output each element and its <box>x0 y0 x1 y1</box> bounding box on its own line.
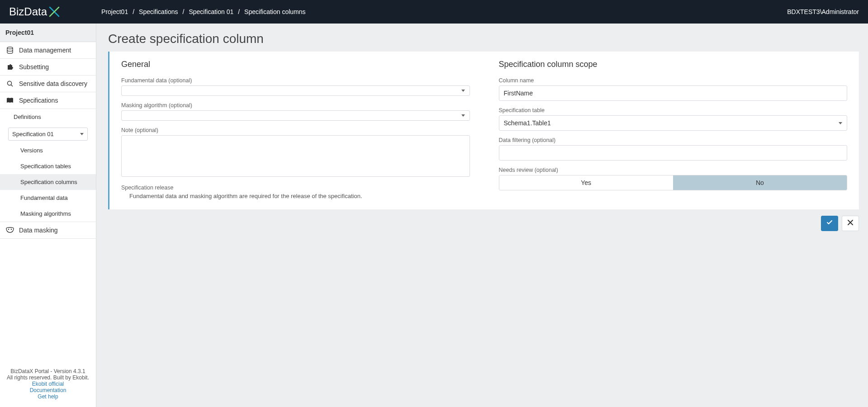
chevron-down-icon <box>839 122 842 124</box>
footer-link-documentation[interactable]: Documentation <box>4 387 92 393</box>
fundamental-data-label: Fundamental data (optional) <box>121 77 470 84</box>
specification-select-value: Specification 01 <box>12 131 54 137</box>
spec-release-label: Specification release <box>121 185 470 191</box>
sidebar-item-label: Specifications <box>19 97 58 104</box>
sidebar-item-label: Sensitive data discovery <box>19 80 87 87</box>
chevron-down-icon <box>461 90 465 92</box>
sidebar-subitem-spec-columns[interactable]: Specification columns <box>0 174 96 190</box>
spec-table-value: Schema1.Table1 <box>504 119 551 127</box>
logo-x-icon <box>48 5 61 18</box>
logo[interactable]: BizData <box>9 5 61 18</box>
breadcrumb-item[interactable]: Project01 <box>101 8 128 15</box>
scope-title: Specification column scope <box>499 60 848 69</box>
footer-rights: All rights reserved. Built by Ekobit. <box>4 374 92 381</box>
svg-point-1 <box>8 81 12 85</box>
logo-text: BizData <box>9 5 47 18</box>
sidebar-subitem-label: Specification tables <box>20 163 71 170</box>
database-icon <box>5 47 14 54</box>
breadcrumb-item[interactable]: Specification 01 <box>189 8 233 15</box>
user-info[interactable]: BDXTEST3\Administrator <box>787 8 859 15</box>
masking-algorithm-label: Masking algorithm (optional) <box>121 102 470 109</box>
page-title: Create specification column <box>108 32 868 46</box>
scope-section: Specification column scope Column name S… <box>499 60 848 199</box>
breadcrumb-sep: / <box>238 8 240 15</box>
content: Create specification column General Fund… <box>96 24 868 407</box>
column-name-input[interactable] <box>499 85 848 101</box>
specification-select[interactable]: Specification 01 <box>8 128 88 141</box>
sidebar-subitem-label: Versions <box>20 147 43 154</box>
topbar: BizData Project01 / Specifications / Spe… <box>0 0 868 24</box>
action-bar <box>108 216 859 231</box>
mask-icon <box>5 227 14 234</box>
sidebar-subitem-masking-algorithms[interactable]: Masking algorithms <box>0 206 96 222</box>
breadcrumb-sep: / <box>182 8 184 15</box>
breadcrumb-sep: / <box>133 8 134 15</box>
spec-table-select[interactable]: Schema1.Table1 <box>499 115 848 131</box>
footer-link-ekobit[interactable]: Ekobit official <box>4 381 92 387</box>
note-textarea[interactable] <box>121 135 470 177</box>
data-filtering-label: Data filtering (optional) <box>499 137 848 143</box>
search-icon <box>5 80 14 87</box>
sidebar-subitem-label: Specification columns <box>20 179 77 185</box>
needs-review-yes[interactable]: Yes <box>499 175 673 190</box>
sidebar-item-label: Data management <box>19 47 71 54</box>
spec-release-note: Fundamental data and masking algorithm a… <box>129 193 470 199</box>
chevron-down-icon <box>461 114 465 117</box>
sidebar: Project01 Data management Subsetting Sen… <box>0 24 96 407</box>
data-filtering-input[interactable] <box>499 145 848 161</box>
breadcrumb: Project01 / Specifications / Specificati… <box>101 8 305 15</box>
sidebar-project[interactable]: Project01 <box>0 24 96 42</box>
sidebar-item-sensitive-discovery[interactable]: Sensitive data discovery <box>0 76 96 92</box>
sidebar-subitem-label: Masking algorithms <box>20 210 71 217</box>
sidebar-subitem-label: Fundamental data <box>20 194 68 201</box>
footer-version: BizDataX Portal - Version 4.3.1 <box>4 368 92 374</box>
book-icon <box>5 97 14 104</box>
footer-link-get-help[interactable]: Get help <box>4 393 92 400</box>
needs-review-no[interactable]: No <box>673 175 847 190</box>
cancel-button[interactable] <box>842 216 859 231</box>
sidebar-item-label: Data masking <box>19 227 58 234</box>
puzzle-icon <box>5 63 14 71</box>
chevron-down-icon <box>80 133 84 135</box>
sidebar-subitem-spec-tables[interactable]: Specification tables <box>0 158 96 174</box>
sidebar-item-data-management[interactable]: Data management <box>0 42 96 59</box>
close-icon <box>847 219 854 227</box>
general-title: General <box>121 60 470 69</box>
check-icon <box>826 219 833 228</box>
sidebar-item-label: Subsetting <box>19 63 49 71</box>
fundamental-data-select[interactable] <box>121 85 470 96</box>
form-card: General Fundamental data (optional) Mask… <box>108 52 859 209</box>
sidebar-item-subsetting[interactable]: Subsetting <box>0 59 96 76</box>
sidebar-definitions-label: Definitions <box>14 114 41 120</box>
needs-review-label: Needs review (optional) <box>499 167 848 173</box>
sidebar-item-data-masking[interactable]: Data masking <box>0 222 96 239</box>
masking-algorithm-select[interactable] <box>121 110 470 121</box>
column-name-label: Column name <box>499 77 848 84</box>
breadcrumb-item[interactable]: Specifications <box>139 8 178 15</box>
breadcrumb-item-current: Specification columns <box>244 8 305 15</box>
confirm-button[interactable] <box>821 216 838 231</box>
sidebar-subitem-fundamental-data[interactable]: Fundamental data <box>0 190 96 206</box>
spec-table-label: Specification table <box>499 107 848 114</box>
general-section: General Fundamental data (optional) Mask… <box>121 60 470 199</box>
needs-review-toggle: Yes No <box>499 175 848 190</box>
svg-point-3 <box>8 229 9 230</box>
svg-point-0 <box>7 47 13 49</box>
sidebar-item-specifications[interactable]: Specifications <box>0 92 96 109</box>
sidebar-footer: BizDataX Portal - Version 4.3.1 All righ… <box>0 363 96 407</box>
sidebar-subitem-versions[interactable]: Versions <box>0 142 96 158</box>
sidebar-definitions[interactable]: Definitions <box>0 109 96 125</box>
note-label: Note (optional) <box>121 127 470 133</box>
svg-line-2 <box>11 85 13 87</box>
svg-point-4 <box>11 229 12 230</box>
